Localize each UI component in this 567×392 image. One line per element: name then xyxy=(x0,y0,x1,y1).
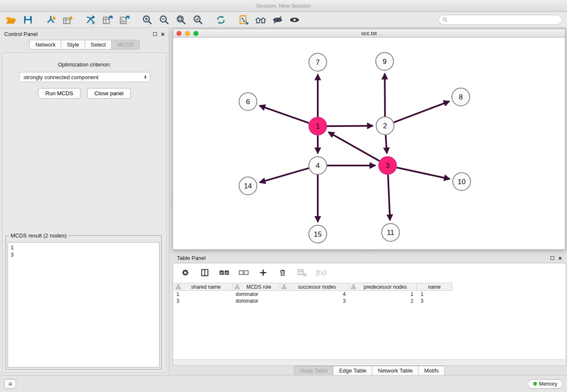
tab-style[interactable]: Style xyxy=(61,40,85,50)
show-graphics-details-icon[interactable] xyxy=(289,14,300,26)
network-canvas[interactable]: 1234678910111415 xyxy=(173,38,565,249)
horizontal-scrollbar[interactable] xyxy=(173,359,565,365)
table-cell[interactable]: dominator xyxy=(233,298,281,304)
node-2[interactable]: 2 xyxy=(376,117,394,135)
task-history-button[interactable]: ≡ xyxy=(4,379,16,389)
show-columns-icon[interactable] xyxy=(199,267,210,278)
column-type-icon xyxy=(351,284,356,289)
export-table-icon[interactable] xyxy=(102,14,113,26)
column-header-mcds-role[interactable]: MCDS role xyxy=(233,283,280,291)
search-input[interactable] xyxy=(450,17,558,23)
close-panel-icon[interactable]: × xyxy=(161,32,165,36)
table-row[interactable]: 1dominator411 xyxy=(174,291,566,298)
zoom-selected-icon[interactable] xyxy=(192,14,204,26)
chevron-up-down-icon: ▲▼ xyxy=(141,75,147,79)
node-1[interactable]: 1 xyxy=(309,117,327,135)
save-session-icon[interactable] xyxy=(22,14,34,26)
column-header-predecessor-nodes[interactable]: predecessor nodes xyxy=(349,283,417,291)
edge-2-8[interactable] xyxy=(394,101,449,122)
window-titlebar: Session: New Session xyxy=(0,0,567,12)
table-cell[interactable]: 4 xyxy=(281,291,350,297)
hamburger-icon: ≡ xyxy=(8,381,12,387)
node-11[interactable]: 11 xyxy=(382,224,399,241)
deselect-all-rows-icon[interactable] xyxy=(238,267,249,278)
select-all-rows-icon[interactable] xyxy=(219,267,230,278)
control-panel-title: Control Panel xyxy=(4,31,153,37)
delete-table-icon xyxy=(297,267,308,278)
export-image-icon[interactable] xyxy=(118,14,130,26)
table-cell[interactable]: 3 xyxy=(281,298,350,304)
hide-graphics-details-icon[interactable] xyxy=(272,14,284,26)
edge-1-2[interactable] xyxy=(327,126,373,126)
svg-text:15: 15 xyxy=(314,230,322,238)
column-type-icon xyxy=(176,284,181,289)
edge-3-11[interactable] xyxy=(388,175,390,220)
close-panel-button[interactable]: Close panel xyxy=(87,88,131,99)
optimization-criterion-select[interactable]: strongly connected component ▲▼ xyxy=(19,72,150,82)
tab-node-table[interactable]: Node Table xyxy=(294,366,334,375)
refresh-view-icon[interactable] xyxy=(215,14,227,26)
node-7[interactable]: 7 xyxy=(309,53,327,71)
maximize-window-icon[interactable]: + xyxy=(193,31,198,36)
tab-network-table[interactable]: Network Table xyxy=(372,366,418,375)
column-header-name[interactable]: name xyxy=(416,283,452,291)
table-cell[interactable]: 1 xyxy=(350,291,418,297)
run-mcds-button[interactable]: Run MCDS xyxy=(38,88,80,99)
column-header-shared-name[interactable]: shared name xyxy=(174,283,233,291)
node-14[interactable]: 14 xyxy=(239,177,257,195)
add-column-icon[interactable] xyxy=(258,267,269,278)
search-box[interactable] xyxy=(438,15,562,25)
node-10[interactable]: 10 xyxy=(453,173,471,190)
node-15[interactable]: 15 xyxy=(309,225,327,243)
table-panel-title: Table Panel xyxy=(177,255,550,261)
edge-3-1[interactable] xyxy=(328,132,380,161)
memory-button[interactable]: Memory xyxy=(528,379,563,389)
tab-select[interactable]: Select xyxy=(85,40,112,50)
zoom-in-icon[interactable] xyxy=(141,14,153,26)
tab-mcds[interactable]: MCDS xyxy=(111,40,139,50)
minimize-window-icon[interactable]: − xyxy=(185,31,190,36)
table-cell[interactable]: dominator xyxy=(233,291,281,297)
node-8[interactable]: 8 xyxy=(452,88,470,106)
close-table-panel-icon[interactable]: × xyxy=(558,256,562,260)
float-panel-icon[interactable] xyxy=(153,32,157,36)
edge-3-10[interactable] xyxy=(397,168,450,179)
svg-text:11: 11 xyxy=(387,229,394,237)
node-4[interactable]: 4 xyxy=(309,157,327,174)
table-cell[interactable]: 1 xyxy=(418,291,454,297)
node-6[interactable]: 6 xyxy=(239,93,257,110)
table-cell[interactable]: 3 xyxy=(418,298,454,304)
mcds-result-box: MCDS result (2 nodes) 13 xyxy=(6,232,162,370)
import-table-from-file-icon[interactable] xyxy=(62,14,74,26)
close-window-icon[interactable]: × xyxy=(176,31,182,36)
main-toolbar xyxy=(0,12,567,28)
delete-column-icon[interactable] xyxy=(277,267,288,278)
edge-4-14[interactable] xyxy=(260,168,309,182)
zoom-out-icon[interactable] xyxy=(158,14,170,26)
mcds-result-list[interactable]: 13 xyxy=(8,242,160,367)
paste-network-icon[interactable] xyxy=(238,14,250,26)
tab-motifs[interactable]: Motifs xyxy=(418,366,445,375)
tab-network[interactable]: Network xyxy=(29,40,61,50)
column-header-successor-nodes[interactable]: successor nodes xyxy=(280,283,350,291)
open-file-icon[interactable] xyxy=(5,14,17,26)
tab-edge-table[interactable]: Edge Table xyxy=(333,366,372,375)
table-cell[interactable]: 3 xyxy=(174,298,233,304)
control-panel: Control Panel × Network Style Select MCD… xyxy=(0,28,169,375)
node-9[interactable]: 9 xyxy=(376,52,394,70)
table-settings-gear-icon[interactable] xyxy=(180,267,191,278)
edge-2-9[interactable] xyxy=(385,74,385,116)
edge-2-3[interactable] xyxy=(385,135,387,153)
node-3[interactable]: 3 xyxy=(379,157,396,174)
column-type-icon xyxy=(282,284,286,289)
table-cell[interactable]: 2 xyxy=(350,298,418,304)
table-row[interactable]: 3dominator323 xyxy=(174,298,566,304)
import-network-from-file-icon[interactable] xyxy=(45,14,57,26)
edge-1-6[interactable] xyxy=(259,106,309,123)
zoom-fit-icon[interactable] xyxy=(175,14,187,26)
splitter-grip-vertical[interactable] xyxy=(170,195,172,207)
table-cell[interactable]: 1 xyxy=(174,291,233,297)
new-network-icon[interactable] xyxy=(85,14,96,26)
float-table-panel-icon[interactable] xyxy=(550,256,554,260)
home-icon[interactable] xyxy=(255,14,267,26)
